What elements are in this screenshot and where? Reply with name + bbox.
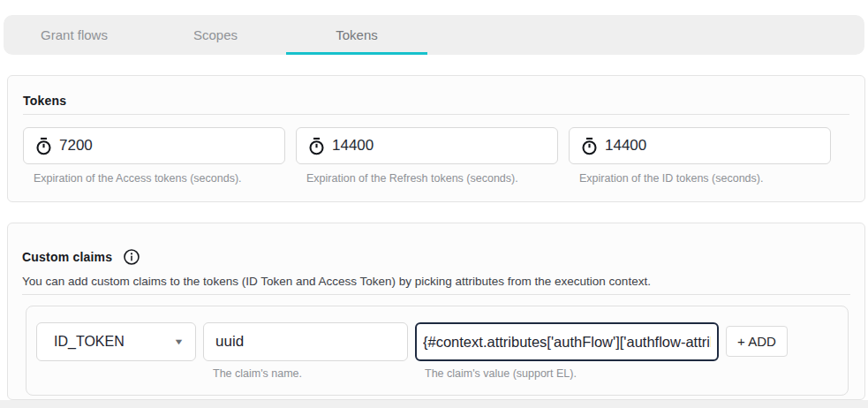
custom-claims-title: Custom claims <box>22 250 112 264</box>
tab-grant-flows[interactable]: Grant flows <box>4 15 145 55</box>
claim-value-caption: The claim's value (support EL). <box>425 367 719 380</box>
custom-claims-description: You can add custom claims to the tokens … <box>22 275 850 288</box>
refresh-token-expiration-input-box <box>296 127 558 164</box>
timer-icon <box>34 137 53 155</box>
access-token-expiration-caption: Expiration of the Access tokens (seconds… <box>34 172 285 185</box>
timer-icon <box>307 137 326 155</box>
id-token-expiration-input-box <box>569 127 831 164</box>
tab-label: Scopes <box>193 27 238 42</box>
claim-editor-row: ID_TOKEN ▼ The claim's name. The claim's… <box>26 306 849 396</box>
section-divider <box>23 114 849 115</box>
section-divider <box>22 294 850 295</box>
tokens-section-title: Tokens <box>23 76 849 108</box>
access-token-field: Expiration of the Access tokens (seconds… <box>23 127 285 185</box>
refresh-token-expiration-caption: Expiration of the Refresh tokens (second… <box>306 172 558 185</box>
access-token-expiration-input-box <box>23 127 285 164</box>
tokens-section: Tokens Expiration of the Access tokens (… <box>7 75 865 202</box>
id-token-expiration-input[interactable] <box>605 137 819 155</box>
tab-tokens[interactable]: Tokens <box>286 15 427 55</box>
claim-value-field: The claim's value (support EL). <box>415 322 719 380</box>
tab-label: Grant flows <box>41 27 108 42</box>
claim-name-field: The claim's name. <box>203 322 408 380</box>
access-token-expiration-input[interactable] <box>59 137 274 155</box>
claim-name-input[interactable] <box>203 322 408 361</box>
refresh-token-field: Expiration of the Refresh tokens (second… <box>296 127 558 185</box>
add-claim-button[interactable]: + ADD <box>726 326 788 357</box>
timer-icon <box>580 137 599 155</box>
token-type-select[interactable]: ID_TOKEN ▼ <box>36 322 196 361</box>
id-token-expiration-caption: Expiration of the ID tokens (seconds). <box>579 172 831 185</box>
page-background-strip <box>0 400 868 408</box>
tab-label: Tokens <box>336 27 378 42</box>
settings-tab-bar: Grant flows Scopes Tokens <box>4 15 864 55</box>
claim-name-caption: The claim's name. <box>213 367 408 380</box>
chevron-down-icon: ▼ <box>173 337 184 346</box>
token-expiration-row: Expiration of the Access tokens (seconds… <box>23 127 849 185</box>
custom-claims-section: Custom claims You can add custom claims … <box>7 223 865 400</box>
id-token-field: Expiration of the ID tokens (seconds). <box>569 127 831 185</box>
token-type-selected-value: ID_TOKEN <box>54 334 125 350</box>
refresh-token-expiration-input[interactable] <box>332 137 547 155</box>
tab-scopes[interactable]: Scopes <box>145 15 286 55</box>
info-icon[interactable] <box>123 248 140 266</box>
custom-claims-header: Custom claims <box>22 223 850 266</box>
claim-value-input[interactable] <box>415 322 719 361</box>
